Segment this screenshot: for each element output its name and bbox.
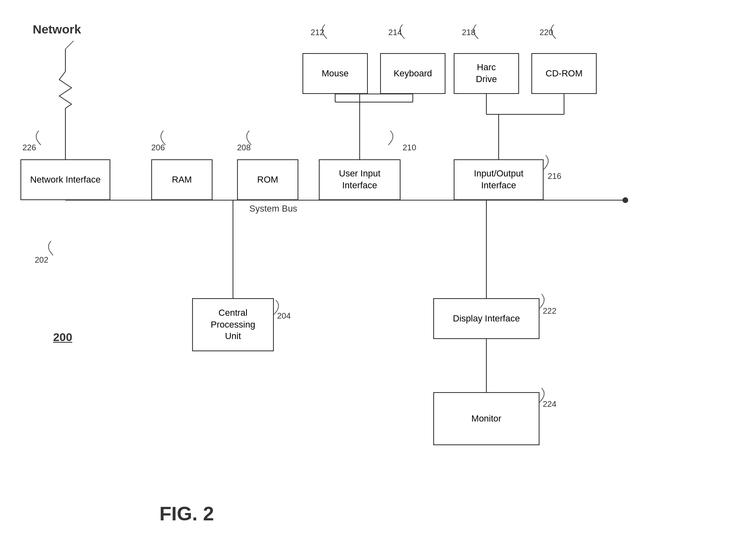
display-interface-label: Display Interface <box>453 313 520 325</box>
network-label: Network <box>33 22 81 36</box>
user-input-box: User InputInterface <box>319 159 401 200</box>
fig-2-label: FIG. 2 <box>159 502 214 525</box>
io-interface-label: Input/OutputInterface <box>474 168 523 191</box>
ref-202: 202 <box>35 255 48 265</box>
cpu-label: CentralProcessingUnit <box>211 307 255 342</box>
network-interface-box: Network Interface <box>20 159 110 200</box>
diagram-container: Network Network Interface RAM ROM User I… <box>0 0 750 560</box>
ram-box: RAM <box>151 159 213 200</box>
ref-206: 206 <box>151 143 165 152</box>
monitor-label: Monitor <box>471 413 501 425</box>
display-interface-box: Display Interface <box>433 298 540 339</box>
ref-212: 212 <box>311 28 324 37</box>
hard-drive-box: HarcDrive <box>454 53 519 94</box>
rom-box: ROM <box>237 159 298 200</box>
keyboard-label: Keyboard <box>394 68 432 80</box>
figure-200-label: 200 <box>53 331 72 344</box>
network-interface-label: Network Interface <box>30 174 101 186</box>
ref-218: 218 <box>462 28 475 37</box>
monitor-box: Monitor <box>433 392 540 445</box>
ref-226: 226 <box>22 143 36 152</box>
ram-label: RAM <box>172 174 192 186</box>
ref-208: 208 <box>237 143 251 152</box>
svg-point-3 <box>622 197 628 203</box>
io-interface-box: Input/OutputInterface <box>454 159 544 200</box>
svg-line-26 <box>65 41 74 49</box>
ref-214: 214 <box>388 28 402 37</box>
ref-220: 220 <box>540 28 553 37</box>
rom-label: ROM <box>257 174 278 186</box>
diagram-svg <box>0 0 750 560</box>
cdrom-box: CD-ROM <box>531 53 597 94</box>
hard-drive-label: HarcDrive <box>476 62 497 85</box>
user-input-label: User InputInterface <box>339 168 381 191</box>
mouse-box: Mouse <box>302 53 368 94</box>
system-bus-label: System Bus <box>249 203 297 214</box>
cpu-box: CentralProcessingUnit <box>192 298 274 351</box>
mouse-label: Mouse <box>322 68 349 80</box>
ref-216: 216 <box>548 172 561 181</box>
ref-224: 224 <box>543 399 556 409</box>
keyboard-box: Keyboard <box>380 53 446 94</box>
cdrom-label: CD-ROM <box>546 68 582 80</box>
ref-210: 210 <box>403 143 416 152</box>
ref-222: 222 <box>543 306 556 316</box>
ref-204: 204 <box>277 311 291 321</box>
